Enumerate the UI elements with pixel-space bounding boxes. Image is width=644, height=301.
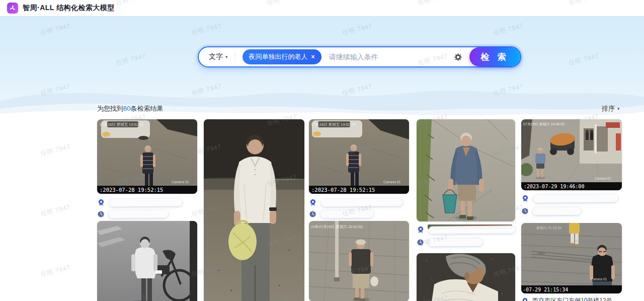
camera-label: Camera 01 (172, 180, 189, 184)
redacted-text (320, 210, 373, 218)
pinwheel-logo-icon (9, 4, 17, 12)
search-condition-tag[interactable]: 夜间单独出行的老人 × (243, 49, 321, 64)
grid-column-3: 07月28日 星期五 19:52:15 Camera 01 :2023-07-2… (309, 119, 409, 301)
clock-icon (97, 210, 105, 218)
redacted-text (321, 198, 403, 206)
camera-icon (521, 297, 529, 301)
watermark: 任明 7947 (40, 142, 71, 158)
gear-icon[interactable] (454, 53, 462, 61)
chevron-down-icon: ▾ (225, 54, 228, 59)
clock-icon (417, 239, 424, 246)
clock-icon (521, 207, 529, 215)
search-button[interactable]: 检 索 (469, 47, 520, 66)
clock-icon (309, 210, 316, 218)
photo-timestamp: :2023-07-28 19:52:15 (311, 187, 375, 193)
result-photo-night-bicycle-man[interactable] (97, 221, 197, 301)
result-photo-plaza-black-tshirt-man[interactable]: 星期六 21:15:34 Camera 01 -07-29 21:15:34 (521, 223, 622, 293)
redacted-text (429, 225, 515, 234)
photo-timestamp: :2023-07-28 19:52:15 (100, 187, 163, 193)
watermark: 任明 7947 (40, 203, 71, 218)
camera-label: Camera 01 (591, 277, 607, 281)
redacted-text (533, 207, 581, 215)
grid-column-1: 07月28日 星期五 19:52:15 Camera 01 :2023-07-2… (97, 119, 197, 301)
meta-row-time (309, 210, 409, 218)
camera-label: Camera 01 (383, 180, 401, 184)
meta-row-camera (417, 225, 515, 234)
result-photo-alley-street[interactable]: 07月29日 星期六 19:46:00 Camera 01 :2023-07-2… (521, 119, 622, 190)
meta-row-camera (97, 198, 197, 206)
camera-icon (417, 225, 425, 234)
divider (235, 52, 235, 62)
meta-row-camera (309, 198, 409, 206)
sort-dropdown[interactable]: 排序 ▾ (602, 104, 620, 113)
app-logo[interactable] (7, 3, 18, 14)
search-mode-dropdown[interactable]: 文字 ▾ (209, 52, 228, 61)
result-photo-parking-lot-elder[interactable]: 07月28日 星期五 19:52:15 Camera 01 :2023-07-2… (97, 119, 197, 194)
result-photo-capped-man-pavement[interactable]: 21年07月29日 星期六 20:52:52 (309, 221, 409, 301)
camera-icon (521, 194, 529, 202)
result-photo-white-polo-man-bag[interactable] (204, 119, 304, 301)
app-header: 智周·ALL 结构化检索大模型 (0, 0, 644, 16)
sort-label: 排序 (602, 104, 615, 113)
redacted-text (533, 194, 618, 202)
photo-timestamp: :2023-07-29 19:46:00 (524, 184, 584, 189)
mountain-decoration (0, 69, 644, 117)
photo-overlay-datetime: 星期六 21:15:34 (536, 226, 561, 230)
results-grid: 07月28日 星期五 19:52:15 Camera 01 :2023-07-2… (97, 119, 622, 301)
meta-row-camera (521, 194, 622, 202)
photo-timestamp: -07-29 21:15:34 (523, 287, 568, 292)
meta-row-time (97, 210, 197, 218)
close-icon[interactable]: × (311, 53, 315, 60)
result-photo-elder-bucket[interactable] (417, 119, 515, 221)
grid-column-5: 07月29日 星期六 19:46:00 Camera 01 :2023-07-2… (521, 119, 622, 301)
result-photo-parking-lot-elder-2[interactable]: 07月28日 星期五 19:52:15 Camera 01 :2023-07-2… (309, 119, 409, 194)
photo-overlay-datetime: 07月29日 星期六 19:46:00 (523, 122, 565, 126)
watermark: 任明 7947 (40, 263, 71, 279)
chevron-down-icon: ▾ (617, 106, 620, 111)
camera-icon (97, 198, 105, 206)
camera-icon (309, 198, 317, 206)
photo-overlay-datetime: 07月28日 星期五 19:52:15 (311, 122, 356, 127)
photo-overlay-datetime: 07月28日 星期五 19:52:15 (100, 122, 144, 127)
meta-row-location: 西交市区东门东侧10号楼12号 (521, 296, 622, 301)
results-count: 60 (123, 105, 130, 112)
result-photo-night-white-shirt-closeup[interactable] (417, 253, 515, 301)
search-mode-label: 文字 (209, 52, 223, 61)
redacted-text (428, 238, 482, 246)
redacted-text (109, 198, 182, 206)
meta-row-time (521, 207, 622, 215)
redacted-text (109, 210, 168, 218)
meta-row-time (417, 238, 515, 246)
camera-label: Camera 01 (595, 177, 611, 180)
results-summary: 为您找到60条检索结果 (97, 104, 163, 113)
results-prefix: 为您找到 (97, 105, 123, 112)
location-text: 西交市区东门东侧10号楼12号 (532, 296, 612, 301)
tag-label: 夜间单独出行的老人 (249, 52, 308, 61)
search-bar: 文字 ▾ 夜间单独出行的老人 × 检 索 (198, 46, 521, 67)
photo-overlay-datetime: 21年07月29日 星期六 20:52:52 (311, 224, 363, 229)
grid-column-4 (417, 119, 515, 301)
results-suffix: 条检索结果 (130, 105, 163, 112)
search-input[interactable] (328, 52, 454, 61)
page-title: 智周·ALL 结构化检索大模型 (23, 4, 115, 13)
grid-column-2 (204, 119, 304, 301)
